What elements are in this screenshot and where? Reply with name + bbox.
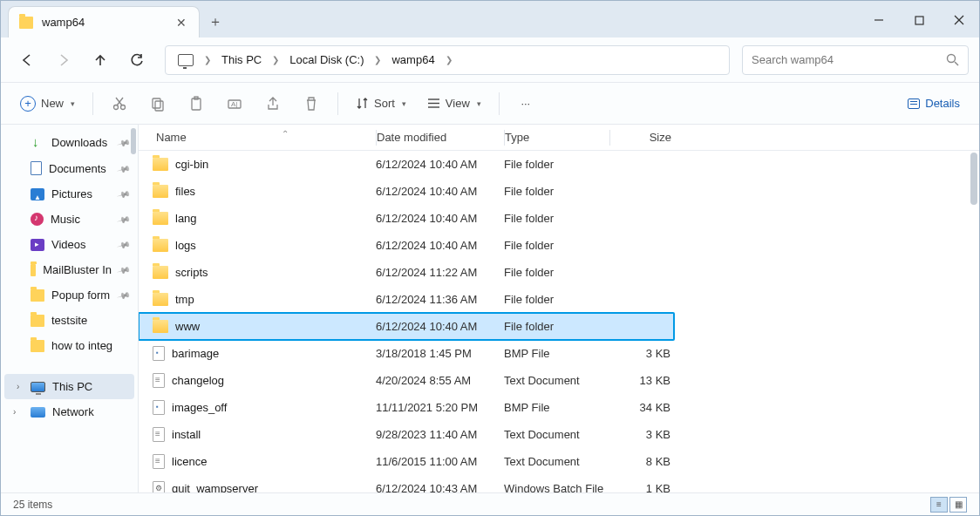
down-icon bbox=[31, 137, 44, 149]
share-button[interactable] bbox=[255, 91, 290, 117]
sidebar-item-label: Popup form bbox=[51, 289, 110, 302]
more-button[interactable]: ··· bbox=[508, 92, 543, 115]
sort-icon bbox=[356, 97, 369, 110]
folder-icon bbox=[31, 340, 44, 352]
nav-row: ❯ This PC ❯ Local Disk (C:) ❯ wamp64 ❯ S… bbox=[1, 37, 979, 83]
search-box[interactable]: Search wamp64 bbox=[742, 45, 969, 75]
file-row[interactable]: images_off11/11/2021 5:20 PMBMP File34 K… bbox=[139, 394, 979, 421]
doc-icon bbox=[31, 161, 42, 175]
scrollbar[interactable] bbox=[970, 153, 977, 205]
svg-text:A|: A| bbox=[231, 100, 237, 108]
view-button[interactable]: View ▾ bbox=[419, 92, 490, 115]
column-type[interactable]: Type bbox=[505, 131, 609, 144]
sidebar-item[interactable]: MailBluster In📌 bbox=[1, 257, 138, 282]
close-button[interactable] bbox=[939, 3, 979, 37]
breadcrumb-thispc[interactable]: This PC bbox=[214, 50, 269, 70]
breadcrumb-folder[interactable]: wamp64 bbox=[385, 50, 441, 70]
paste-button[interactable] bbox=[179, 91, 214, 117]
chevron-right-icon[interactable]: ❯ bbox=[270, 55, 281, 64]
file-type: Text Document bbox=[504, 428, 609, 441]
file-date: 11/11/2021 5:20 PM bbox=[376, 401, 504, 414]
pin-icon: 📌 bbox=[117, 263, 131, 277]
refresh-button[interactable] bbox=[121, 44, 153, 76]
file-size: 3 KB bbox=[609, 428, 670, 441]
file-row[interactable]: quit_wampserver6/12/2024 10:43 AMWindows… bbox=[139, 475, 979, 492]
chevron-right-icon[interactable]: › bbox=[13, 407, 16, 417]
cut-button[interactable] bbox=[102, 91, 137, 117]
search-placeholder: Search wamp64 bbox=[752, 53, 834, 66]
file-row[interactable]: barimage3/18/2018 1:45 PMBMP File3 KB bbox=[139, 340, 979, 367]
chevron-right-icon[interactable]: › bbox=[17, 382, 19, 391]
maximize-button[interactable] bbox=[899, 3, 939, 37]
chevron-right-icon[interactable]: ❯ bbox=[202, 55, 213, 64]
file-rows: cgi-bin6/12/2024 10:40 AMFile folderfile… bbox=[139, 151, 979, 492]
details-view-button[interactable]: ≡ bbox=[930, 497, 948, 513]
file-row[interactable]: install9/28/2023 11:40 AMText Document3 … bbox=[139, 421, 979, 448]
breadcrumb-root-icon[interactable] bbox=[171, 51, 201, 70]
folder-icon bbox=[153, 212, 168, 225]
new-tab-button[interactable]: ＋ bbox=[200, 6, 231, 37]
bmp-icon bbox=[153, 400, 165, 415]
column-size[interactable]: Size bbox=[610, 131, 671, 144]
txt-icon bbox=[153, 373, 165, 388]
new-button[interactable]: + New ▾ bbox=[11, 91, 84, 117]
up-button[interactable] bbox=[85, 44, 116, 76]
folder-icon bbox=[153, 158, 168, 171]
minimize-button[interactable] bbox=[859, 3, 899, 37]
chevron-right-icon[interactable]: ❯ bbox=[372, 55, 383, 64]
column-name[interactable]: Name⌃ bbox=[149, 131, 376, 144]
sidebar-item-label: Documents bbox=[49, 162, 106, 175]
file-name: images_off bbox=[172, 401, 227, 414]
sidebar-item[interactable]: Music📌 bbox=[1, 207, 138, 232]
copy-button[interactable] bbox=[140, 91, 175, 117]
file-name: scripts bbox=[175, 266, 208, 279]
sidebar-item[interactable]: Downloads📌 bbox=[1, 130, 138, 155]
pin-icon: 📌 bbox=[117, 238, 131, 252]
sidebar-item[interactable]: Popup form📌 bbox=[1, 282, 138, 308]
sidebar-item[interactable]: how to integ bbox=[1, 333, 138, 358]
column-headers: Name⌃ Date modified Type Size bbox=[139, 125, 979, 151]
file-row[interactable]: files6/12/2024 10:40 AMFile folder bbox=[139, 178, 979, 205]
sidebar-item-label: Downloads bbox=[51, 136, 107, 149]
file-type: Text Document bbox=[504, 455, 609, 468]
sort-button[interactable]: Sort ▾ bbox=[347, 92, 415, 115]
separator bbox=[92, 92, 93, 115]
status-bar: 25 items ≡ ▦ bbox=[1, 492, 979, 515]
file-row[interactable]: changelog4/20/2024 8:55 AMText Document1… bbox=[139, 367, 979, 394]
breadcrumb-drive[interactable]: Local Disk (C:) bbox=[282, 50, 371, 70]
file-name: cgi-bin bbox=[175, 158, 208, 171]
file-row[interactable]: lang6/12/2024 10:40 AMFile folder bbox=[139, 205, 979, 232]
file-row[interactable]: www6/12/2024 10:40 AMFile folder bbox=[139, 313, 674, 340]
sidebar-item[interactable]: Videos📌 bbox=[1, 232, 138, 257]
tab-close-icon[interactable]: ✕ bbox=[174, 14, 188, 31]
back-button[interactable] bbox=[11, 44, 43, 76]
file-type: File folder bbox=[504, 239, 609, 252]
details-pane-button[interactable]: Details bbox=[899, 92, 969, 115]
file-date: 6/12/2024 11:36 AM bbox=[376, 293, 504, 306]
file-date: 11/6/2015 11:00 AM bbox=[376, 455, 504, 468]
view-mode-buttons: ≡ ▦ bbox=[930, 497, 967, 513]
sort-indicator-icon: ⌃ bbox=[282, 129, 289, 139]
sidebar-item-thispc[interactable]: › This PC bbox=[4, 374, 134, 399]
file-type: BMP File bbox=[504, 347, 609, 360]
file-row[interactable]: scripts6/12/2024 11:22 AMFile folder bbox=[139, 259, 979, 286]
file-row[interactable]: tmp6/12/2024 11:36 AMFile folder bbox=[139, 286, 979, 313]
thumbnails-view-button[interactable]: ▦ bbox=[949, 497, 967, 513]
sidebar-item-network[interactable]: › Network bbox=[1, 399, 138, 424]
column-date[interactable]: Date modified bbox=[377, 131, 504, 144]
file-name: logs bbox=[175, 239, 196, 252]
sidebar-item[interactable]: Documents📌 bbox=[1, 155, 138, 181]
file-row[interactable]: logs6/12/2024 10:40 AMFile folder bbox=[139, 232, 979, 259]
file-row[interactable]: licence11/6/2015 11:00 AMText Document8 … bbox=[139, 448, 979, 475]
delete-button[interactable] bbox=[294, 91, 329, 117]
file-row[interactable]: cgi-bin6/12/2024 10:40 AMFile folder bbox=[139, 151, 979, 178]
sidebar-item-label: testsite bbox=[51, 314, 87, 327]
sidebar-item[interactable]: testsite bbox=[1, 308, 138, 333]
rename-button[interactable]: A| bbox=[217, 91, 252, 117]
address-bar[interactable]: ❯ This PC ❯ Local Disk (C:) ❯ wamp64 ❯ bbox=[165, 45, 730, 75]
file-type: File folder bbox=[504, 266, 609, 279]
window-tab[interactable]: wamp64 ✕ bbox=[8, 6, 200, 37]
chevron-right-icon[interactable]: ❯ bbox=[444, 55, 454, 64]
forward-button[interactable] bbox=[48, 44, 79, 76]
sidebar-item[interactable]: Pictures📌 bbox=[1, 181, 138, 207]
